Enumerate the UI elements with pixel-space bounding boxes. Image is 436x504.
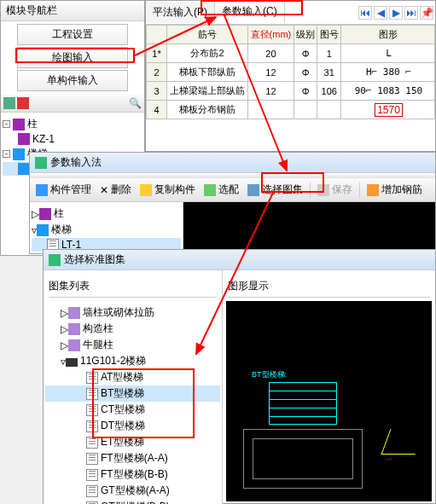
- tree-item-bt[interactable]: BT型楼梯: [45, 385, 220, 402]
- tree-item[interactable]: ▷牛腿柱: [45, 337, 220, 353]
- tab-flat-input[interactable]: 平法输入(P): [146, 2, 215, 23]
- tree-tool-icon[interactable]: [3, 97, 15, 109]
- nav-next-icon[interactable]: ▶: [389, 6, 403, 20]
- add-rebar-button[interactable]: 增加钢筋: [363, 181, 426, 199]
- doc-icon: [86, 372, 98, 384]
- grid-row[interactable]: 4梯板分布钢筋1570: [147, 101, 435, 119]
- single-component-input-button[interactable]: 单构件输入: [17, 70, 128, 91]
- atlas-window-title: 选择标准图集: [64, 252, 125, 267]
- atlas-list-header: 图集列表: [44, 270, 222, 297]
- category-icon: [68, 307, 80, 319]
- col-name: 筋号: [167, 26, 248, 44]
- copy-icon: [140, 184, 152, 196]
- atlas-preview[interactable]: BT型楼梯: —: [226, 301, 432, 501]
- param-tree[interactable]: ▷柱 ▿楼梯 LT-1 构件类型: [30, 202, 183, 253]
- delete-button[interactable]: ✕删除: [96, 181, 135, 199]
- tree-item[interactable]: GT型楼梯(A-A): [45, 483, 220, 499]
- category-icon: [68, 339, 80, 351]
- column-icon: [39, 208, 51, 220]
- col-figno: 图号: [317, 26, 341, 44]
- doc-icon: [86, 437, 98, 449]
- atlas-window-icon: [49, 254, 61, 266]
- tree-node-kz1[interactable]: KZ-1: [32, 133, 55, 145]
- atlas-icon: [247, 184, 259, 196]
- tree-group[interactable]: ▿11G101-2楼梯: [45, 353, 220, 369]
- select-atlas-button[interactable]: 选择图集: [244, 181, 306, 199]
- tree-item[interactable]: AT型楼梯: [45, 369, 220, 385]
- tree-item[interactable]: FT型楼梯(B-B): [45, 466, 220, 483]
- nav-pin-icon[interactable]: 📌: [420, 6, 433, 20]
- delete-icon: ✕: [100, 184, 108, 196]
- tree-item[interactable]: ▷构造柱: [45, 321, 220, 337]
- expand-icon[interactable]: ▷: [32, 208, 39, 220]
- param-toolbar: 构件管理 ✕删除 复制构件 选配 选择图集 保存 增加钢筋: [30, 178, 435, 202]
- tree-item[interactable]: DT型楼梯: [45, 418, 220, 434]
- grid-row[interactable]: 3上梯梁端上部纵筋12Φ10690⌐ 1083 150: [147, 82, 435, 101]
- tree-item[interactable]: FT型楼梯(A-A): [45, 450, 220, 466]
- doc-icon: [86, 388, 98, 400]
- left-panel-title: 模块导航栏: [1, 1, 144, 21]
- grid-row[interactable]: 2梯板下部纵筋12Φ31H⌐ 380 ⌐: [147, 63, 435, 82]
- rebar-grid[interactable]: 筋号 直径(mm) 级别 图号 图形 1*分布筋220Φ1L 2梯板下部纵筋12…: [146, 25, 435, 119]
- category-icon: [68, 323, 80, 335]
- param-window-icon: [35, 157, 47, 169]
- preview-label: BT型楼梯:: [252, 369, 287, 380]
- doc-icon: [86, 453, 98, 465]
- expand-icon[interactable]: ▷: [61, 307, 68, 319]
- expand-icon[interactable]: ▷: [61, 323, 68, 335]
- doc-icon: [86, 404, 98, 416]
- doc-icon: [86, 501, 98, 505]
- col-diameter: 直径(mm): [248, 26, 294, 44]
- stair-icon: [13, 148, 25, 160]
- grid-nav[interactable]: ⏮ ◀ ▶ ⏭ 📌: [357, 4, 435, 21]
- copy-component-button[interactable]: 复制构件: [137, 181, 199, 199]
- param-window-title: 参数输入法: [50, 155, 102, 170]
- add-icon: [367, 184, 379, 196]
- tree-item[interactable]: ET型楼梯: [45, 434, 220, 450]
- save-button[interactable]: 保存: [314, 181, 356, 199]
- save-icon: [317, 184, 329, 196]
- grid-row[interactable]: 1*分布筋220Φ1L: [147, 44, 435, 63]
- select-match-button[interactable]: 选配: [201, 181, 242, 199]
- doc-icon: [86, 420, 98, 432]
- doc-icon: [86, 469, 98, 481]
- atlas-preview-header: 图形显示: [223, 270, 435, 297]
- tree-item[interactable]: ▷墙柱或砌体拉筋: [45, 304, 220, 321]
- nav-first-icon[interactable]: ⏮: [358, 6, 372, 20]
- collapse-icon[interactable]: -: [3, 120, 10, 128]
- project-settings-button[interactable]: 工程设置: [17, 24, 128, 45]
- column-icon: [18, 133, 30, 145]
- tab-param-input[interactable]: 参数输入(C): [215, 1, 285, 24]
- list-icon: [36, 184, 48, 196]
- doc-icon: [86, 485, 98, 497]
- tree-delete-icon[interactable]: [17, 97, 29, 109]
- expand-icon[interactable]: ▷: [61, 339, 68, 351]
- col-grade: 级别: [294, 26, 317, 44]
- component-manage-button[interactable]: 构件管理: [32, 181, 95, 199]
- tree-item[interactable]: CT型楼梯: [45, 402, 220, 418]
- draw-input-button[interactable]: 绘图输入: [17, 47, 128, 68]
- tree-node-column[interactable]: 柱: [27, 117, 38, 131]
- col-diagram: 图形: [341, 26, 435, 44]
- search-icon[interactable]: 🔍: [129, 97, 142, 109]
- atlas-tree[interactable]: ▷墙柱或砌体拉筋 ▷构造柱 ▷牛腿柱 ▿11G101-2楼梯 AT型楼梯 BT型…: [44, 301, 222, 504]
- collapse-icon[interactable]: -: [3, 150, 10, 158]
- book-icon: [66, 358, 78, 367]
- match-icon: [204, 184, 216, 196]
- stair-icon: [37, 224, 49, 236]
- nav-last-icon[interactable]: ⏭: [404, 6, 418, 20]
- nav-prev-icon[interactable]: ◀: [374, 6, 387, 20]
- column-icon: [13, 119, 25, 130]
- tree-item[interactable]: GT型楼梯(B-B): [45, 499, 220, 504]
- stair-icon: [18, 163, 30, 175]
